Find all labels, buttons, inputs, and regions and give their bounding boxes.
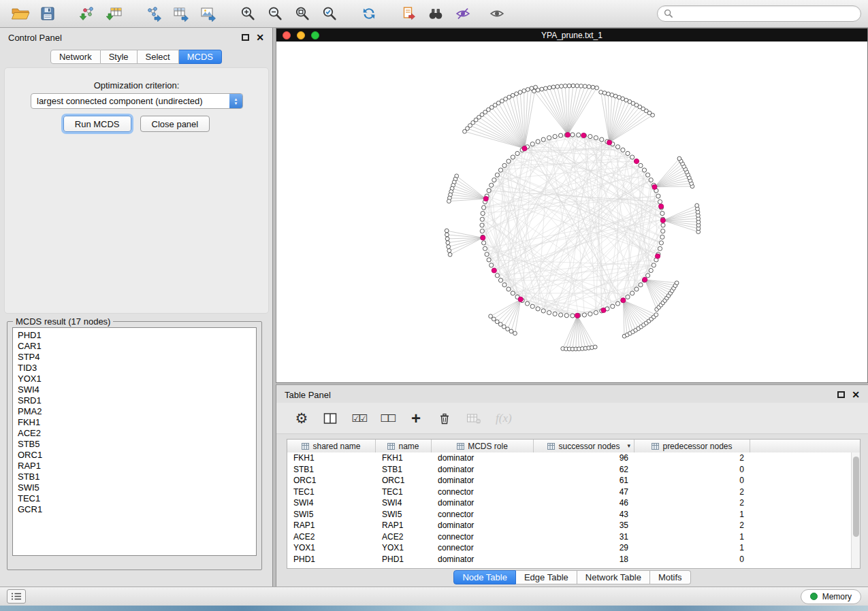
mcds-result-item[interactable]: ACE2 [18, 428, 251, 439]
mcds-result-item[interactable]: YOX1 [18, 374, 251, 384]
memory-status-icon [810, 593, 818, 600]
add-column-button[interactable]: + [408, 410, 423, 427]
search-icon [664, 9, 673, 18]
mcds-result-item[interactable]: ORC1 [18, 450, 251, 461]
float-table-panel-icon[interactable] [837, 391, 845, 398]
close-panel-icon[interactable]: ✕ [256, 33, 264, 42]
mcds-result-item[interactable]: SWI5 [18, 482, 251, 493]
find-button[interactable] [422, 2, 449, 25]
cell-shared_name: TEC1 [287, 487, 376, 497]
run-mcds-button[interactable]: Run MCDS [63, 116, 131, 132]
sort-dropdown-icon[interactable]: ▾ [627, 442, 630, 449]
scrollbar-thumb[interactable] [853, 457, 859, 537]
minimize-window-button[interactable] [297, 31, 305, 39]
table-row[interactable]: RAP1RAP1dominator352 [287, 520, 851, 531]
cell-successor_nodes: 35 [534, 521, 634, 530]
refresh-layout-button[interactable] [355, 2, 383, 25]
mcds-result-item[interactable]: SRD1 [18, 395, 251, 406]
table-row[interactable]: STB1STB1dominator620 [287, 464, 851, 476]
export-network-icon [145, 5, 163, 22]
mcds-result-item[interactable]: PMA2 [18, 406, 251, 417]
select-all-rows-button[interactable]: ☑☑ [351, 410, 366, 427]
cell-mcds_role: connector [432, 487, 534, 497]
table-row[interactable]: ACE2ACE2connector311 [287, 531, 851, 543]
zoom-out-button[interactable] [261, 2, 289, 25]
mcds-result-item[interactable]: STP4 [18, 352, 251, 363]
panel-menu-button[interactable] [7, 589, 26, 604]
table-toolbar: ⚙ ☑☑ ☐☐ + f(x) [276, 403, 868, 434]
duplicate-network-button[interactable] [395, 2, 422, 25]
maximize-window-button[interactable] [311, 31, 319, 39]
export-image-button[interactable] [195, 2, 222, 25]
close-table-panel-icon[interactable]: ✕ [852, 390, 860, 399]
table-scrollbar[interactable] [851, 452, 860, 568]
mcds-result-item[interactable]: STB5 [18, 439, 251, 450]
cell-name: ACE2 [376, 532, 432, 542]
tab-style[interactable]: Style [101, 50, 138, 64]
column-header-successor-nodes[interactable]: successor nodes▾ [534, 440, 634, 452]
show-columns-button[interactable] [323, 410, 338, 427]
close-window-button[interactable] [283, 31, 291, 39]
zoom-selected-button[interactable] [316, 2, 343, 25]
zoom-fit-button[interactable] [289, 2, 316, 25]
import-table-icon [106, 5, 123, 22]
cell-name: RAP1 [376, 521, 432, 530]
table-settings-button[interactable]: ⚙ [294, 410, 309, 427]
export-network-button[interactable] [140, 2, 167, 25]
table-row[interactable]: TEC1TEC1connector472 [287, 486, 851, 498]
close-mcds-panel-button[interactable]: Close panel [140, 116, 210, 132]
cell-mcds_role: dominator [432, 453, 534, 463]
tab-edge-table[interactable]: Edge Table [516, 570, 577, 584]
tab-motifs[interactable]: Motifs [650, 570, 691, 584]
eye-slash-icon [455, 5, 471, 22]
save-session-button[interactable] [34, 2, 61, 25]
memory-button[interactable]: Memory [801, 589, 861, 604]
mcds-result-item[interactable]: TEC1 [18, 493, 251, 504]
mcds-result-item[interactable]: SWI4 [18, 384, 251, 395]
table-row[interactable]: SWI4SWI4dominator462 [287, 497, 851, 509]
network-canvas[interactable] [276, 42, 867, 382]
delete-column-button[interactable] [437, 410, 452, 427]
tab-node-table[interactable]: Node Table [453, 570, 516, 584]
column-header-MCDS-role[interactable]: MCDS role [432, 440, 534, 452]
float-panel-icon[interactable] [242, 34, 249, 41]
search-input[interactable] [677, 9, 854, 18]
mcds-result-list: PHD1CAR1STP4TID3YOX1SWI4SRD1PMA2FKH1ACE2… [12, 327, 257, 556]
mcds-result-item[interactable]: STB1 [18, 472, 251, 482]
table-row[interactable]: ORC1ORC1dominator610 [287, 475, 851, 486]
show-all-button[interactable] [483, 2, 511, 25]
tab-network[interactable]: Network [50, 50, 101, 64]
mcds-result-item[interactable]: CAR1 [18, 341, 251, 352]
table-row[interactable]: SWI5SWI5connector431 [287, 509, 851, 521]
tab-network-table[interactable]: Network Table [577, 570, 650, 584]
export-table-button[interactable] [167, 2, 195, 25]
cell-shared_name: FKH1 [287, 453, 376, 463]
import-network-button[interactable] [74, 2, 101, 25]
mcds-result-item[interactable]: PHD1 [18, 330, 251, 341]
column-header-shared-name[interactable]: shared name [287, 440, 376, 452]
mcds-result-item[interactable]: FKH1 [18, 417, 251, 428]
zoom-in-button[interactable] [234, 2, 261, 25]
column-header-predecessor-nodes[interactable]: predecessor nodes [634, 440, 750, 452]
open-file-button[interactable] [7, 2, 34, 25]
search-box [657, 5, 861, 22]
mcds-result-item[interactable]: RAP1 [18, 461, 251, 472]
cell-predecessor_nodes: 0 [634, 476, 750, 485]
mcds-result-item[interactable]: GCR1 [18, 504, 251, 515]
cell-mcds_role: connector [432, 532, 534, 542]
table-row[interactable]: FKH1FKH1dominator962 [287, 452, 851, 464]
cell-successor_nodes: 31 [534, 532, 634, 542]
import-table-button[interactable] [101, 2, 128, 25]
column-header-name[interactable]: name [376, 440, 432, 452]
optimization-dropdown[interactable]: largest connected component (undirected)… [31, 93, 243, 109]
cell-successor_nodes: 96 [534, 453, 634, 463]
table-row[interactable]: YOX1YOX1connector291 [287, 542, 851, 554]
tab-select[interactable]: Select [138, 50, 179, 64]
hide-selected-button[interactable] [449, 2, 477, 25]
cell-predecessor_nodes: 0 [634, 465, 750, 474]
cell-predecessor_nodes: 2 [634, 487, 750, 497]
mcds-result-item[interactable]: TID3 [18, 363, 251, 374]
table-row[interactable]: PHD1PHD1dominator180 [287, 554, 851, 565]
deselect-all-rows-button[interactable]: ☐☐ [380, 410, 395, 427]
tab-mcds[interactable]: MCDS [179, 50, 222, 64]
